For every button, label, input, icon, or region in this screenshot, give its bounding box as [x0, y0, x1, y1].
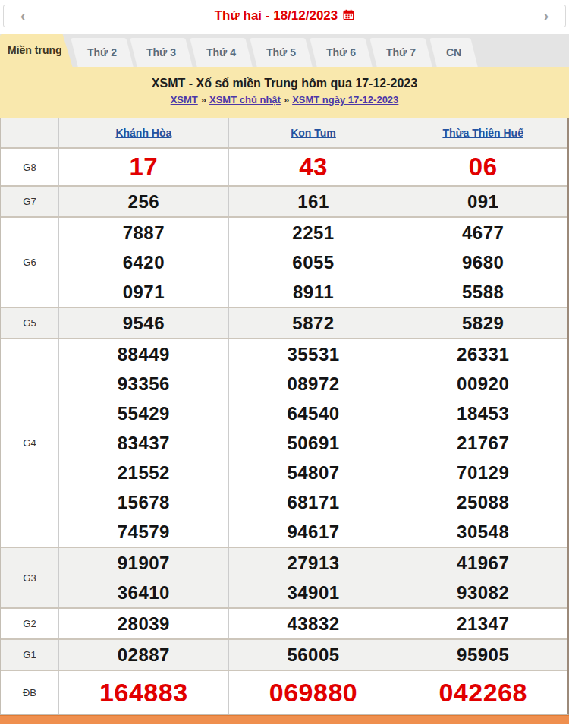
result-cell: 06: [398, 149, 567, 185]
result-number: 93356: [59, 369, 228, 399]
province-link[interactable]: Kon Tum: [291, 127, 336, 139]
result-number: 83437: [59, 428, 228, 458]
province-link[interactable]: Thừa Thiên Huế: [442, 127, 523, 139]
result-number: 15678: [59, 487, 228, 517]
result-number: 2251: [229, 218, 398, 247]
result-number: 5872: [229, 308, 398, 338]
result-cell: 35531089726454050691548076817194617: [228, 339, 398, 547]
tab-mien-trung[interactable]: Miền trung: [0, 34, 73, 67]
prize-row: G8174306: [1, 147, 567, 185]
result-number: 6055: [229, 247, 398, 277]
prize-row: G5954658725829: [1, 307, 567, 338]
date-label: Thứ hai - 18/12/2023: [215, 8, 338, 24]
result-number: 042268: [398, 671, 567, 714]
result-number: 54807: [229, 458, 398, 487]
prize-row: ĐB164883069880042268: [1, 670, 567, 714]
prize-label: G1: [1, 640, 59, 670]
result-number: 94617: [229, 517, 398, 547]
result-cell: 56005: [228, 640, 398, 670]
result-number: 8911: [229, 277, 398, 307]
prize-label: G6: [1, 218, 59, 307]
result-number: 9546: [59, 308, 228, 338]
tab-thứ-2[interactable]: Thứ 2: [71, 38, 133, 67]
result-cell: 091: [398, 187, 567, 216]
tab-label: Thứ 3: [146, 38, 176, 67]
result-cell: 28039: [59, 609, 228, 638]
result-number: 56005: [229, 640, 398, 670]
result-number: 43832: [229, 609, 398, 638]
result-number: 95905: [398, 640, 567, 670]
result-number: 5588: [398, 277, 567, 307]
result-number: 17: [59, 149, 228, 185]
result-number: 9680: [398, 247, 567, 277]
tab-label: Thứ 4: [206, 38, 236, 67]
province-header-cell: Khánh Hòa: [59, 118, 228, 147]
result-cell: 256: [59, 187, 228, 216]
result-cell: 2791334901: [228, 548, 398, 607]
prize-label: G5: [1, 308, 59, 338]
breadcrumb-link[interactable]: XSMT: [171, 94, 198, 106]
province-header-cell: Kon Tum: [228, 118, 398, 147]
corner-cell: [1, 118, 59, 147]
result-number: 21767: [398, 428, 567, 458]
tab-label: Thứ 2: [87, 38, 117, 67]
tab-thứ-7[interactable]: Thứ 7: [369, 38, 432, 67]
province-link[interactable]: Khánh Hòa: [115, 127, 171, 139]
result-number: 55429: [59, 399, 228, 428]
result-cell: 43: [228, 149, 398, 185]
prize-label: G4: [1, 339, 59, 547]
table-header-row: Khánh HòaKon TumThừa Thiên Huế: [1, 118, 567, 147]
prize-label: ĐB: [1, 671, 59, 714]
result-number: 069880: [229, 671, 398, 714]
tab-thứ-3[interactable]: Thứ 3: [130, 38, 193, 67]
result-number: 93082: [398, 578, 567, 607]
result-number: 26331: [398, 339, 567, 369]
result-cell: 88449933565542983437215521567874579: [59, 339, 228, 547]
result-number: 0971: [59, 277, 228, 307]
result-cell: 225160558911: [228, 218, 398, 307]
next-day-button[interactable]: ›: [544, 5, 549, 27]
result-number: 70129: [398, 458, 567, 487]
result-cell: 21347: [398, 609, 567, 638]
result-number: 43: [229, 149, 398, 185]
breadcrumb-separator: »: [284, 94, 289, 106]
result-cell: 02887: [59, 640, 228, 670]
result-cell: 9190736410: [59, 548, 228, 607]
result-cell: 26331009201845321767701292508830548: [398, 339, 567, 547]
result-number: 74579: [59, 517, 228, 547]
tab-thứ-6[interactable]: Thứ 6: [310, 38, 372, 67]
date-picker[interactable]: Thứ hai - 18/12/2023: [215, 8, 355, 24]
tab-label: Thứ 5: [266, 38, 296, 67]
result-cell: 95905: [398, 640, 567, 670]
result-number: 091: [398, 187, 567, 216]
prize-row: G1028875600595905: [1, 638, 567, 670]
date-nav-bar: ‹ Thứ hai - 18/12/2023 ›: [3, 5, 566, 27]
result-cell: 164883: [59, 671, 228, 714]
tab-thứ-4[interactable]: Thứ 4: [190, 38, 253, 67]
result-number: 27913: [229, 548, 398, 578]
result-cell: 042268: [398, 671, 567, 714]
province-header-cell: Thừa Thiên Huế: [398, 118, 567, 147]
tab-label: Thứ 7: [386, 38, 416, 67]
breadcrumb-link[interactable]: XSMT ngày 17-12-2023: [292, 94, 398, 106]
result-number: 36410: [59, 578, 228, 607]
prize-label: G2: [1, 609, 59, 638]
result-cell: 43832: [228, 609, 398, 638]
result-cell: 17: [59, 149, 228, 185]
results-table: Khánh HòaKon TumThừa Thiên HuếG8174306G7…: [0, 118, 569, 715]
result-number: 7887: [59, 218, 228, 247]
result-number: 6420: [59, 247, 228, 277]
calendar-icon: [343, 9, 354, 24]
prize-row: G3919073641027913349014196793082: [1, 547, 567, 607]
breadcrumb-link[interactable]: XSMT chủ nhật: [209, 94, 281, 106]
tab-thứ-5[interactable]: Thứ 5: [250, 38, 313, 67]
prev-day-button[interactable]: ‹: [20, 5, 25, 27]
result-number: 30548: [398, 517, 567, 547]
result-number: 41967: [398, 548, 567, 578]
tab-cn[interactable]: CN: [429, 38, 478, 67]
tab-label: Miền trung: [8, 34, 62, 67]
prize-row: G7256161091: [1, 185, 567, 216]
prize-row: G488449933565542983437215521567874579355…: [1, 338, 567, 547]
result-number: 64540: [229, 399, 398, 428]
result-cell: 467796805588: [398, 218, 567, 307]
